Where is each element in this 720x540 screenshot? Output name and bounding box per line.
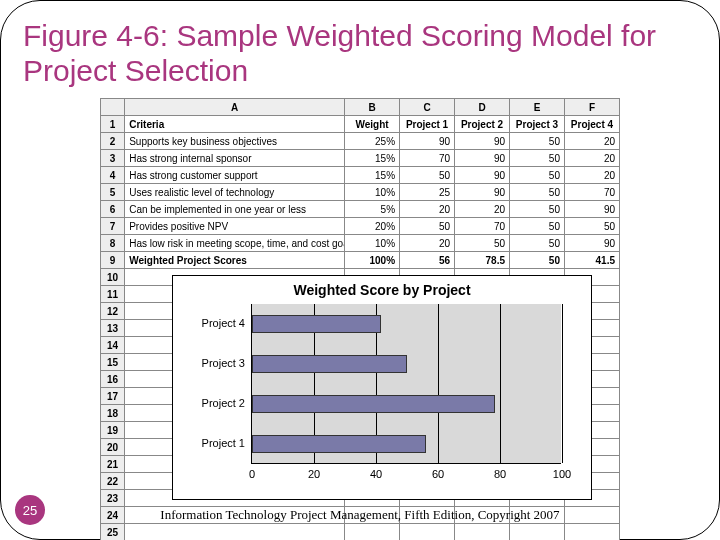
table-cell-empty [510, 524, 565, 541]
chart: Weighted Score by Project 020406080100Pr… [172, 275, 592, 500]
table-total-F: 41.5 [564, 252, 619, 269]
table-cell: Has strong customer support [125, 167, 345, 184]
table-cell: 90 [455, 184, 510, 201]
col-header-D: D [455, 99, 510, 116]
table-total-C: 56 [400, 252, 455, 269]
chart-bar [252, 395, 495, 413]
chart-bar [252, 355, 407, 373]
chart-x-tick: 80 [494, 468, 506, 480]
table-header-C: Project 1 [400, 116, 455, 133]
spreadsheet-figure: ABCDEF1CriteriaWeightProject 1Project 2P… [100, 98, 620, 540]
table-cell: 20% [345, 218, 400, 235]
table-header-E: Project 3 [510, 116, 565, 133]
table-cell: 50 [400, 218, 455, 235]
chart-x-tick: 0 [249, 468, 255, 480]
table-cell: 50 [564, 218, 619, 235]
table-cell: 90 [400, 133, 455, 150]
chart-y-label: Project 1 [185, 437, 245, 449]
table-cell: 50 [510, 218, 565, 235]
table-cell: 50 [510, 150, 565, 167]
footer-text: Information Technology Project Managemen… [1, 507, 719, 523]
table-cell: Has low risk in meeting scope, time, and… [125, 235, 345, 252]
chart-x-tick: 40 [370, 468, 382, 480]
chart-gridline [500, 304, 501, 463]
chart-x-tick: 100 [553, 468, 571, 480]
table-cell: 20 [564, 133, 619, 150]
table-cell-empty [400, 524, 455, 541]
col-header-B: B [345, 99, 400, 116]
table-cell: 20 [400, 235, 455, 252]
table-cell-empty [564, 524, 619, 541]
table-cell: 20 [564, 167, 619, 184]
chart-x-tick: 60 [432, 468, 444, 480]
slide: Figure 4-6: Sample Weighted Scoring Mode… [0, 0, 720, 540]
table-cell: 50 [510, 201, 565, 218]
table-cell: 5% [345, 201, 400, 218]
table-header-B: Weight [345, 116, 400, 133]
table-cell: 10% [345, 184, 400, 201]
table-total-B: 100% [345, 252, 400, 269]
chart-y-label: Project 3 [185, 357, 245, 369]
table-cell: Uses realistic level of technology [125, 184, 345, 201]
chart-plot-area: 020406080100Project 4Project 3Project 2P… [251, 304, 561, 464]
table-cell: 20 [400, 201, 455, 218]
chart-title: Weighted Score by Project [181, 282, 583, 298]
chart-gridline [438, 304, 439, 463]
col-header-F: F [564, 99, 619, 116]
table-cell-empty [455, 524, 510, 541]
table-header-A: Criteria [125, 116, 345, 133]
table-cell: 15% [345, 150, 400, 167]
chart-x-tick: 20 [308, 468, 320, 480]
table-cell-empty [125, 524, 345, 541]
table-cell: 70 [400, 150, 455, 167]
col-header-A: A [125, 99, 345, 116]
table-cell: 90 [564, 201, 619, 218]
table-total-D: 78.5 [455, 252, 510, 269]
table-cell: 25 [400, 184, 455, 201]
table-cell: 90 [455, 150, 510, 167]
table-cell: 50 [510, 167, 565, 184]
col-header-E: E [510, 99, 565, 116]
table-cell: 50 [510, 133, 565, 150]
table-cell: 70 [564, 184, 619, 201]
slide-title: Figure 4-6: Sample Weighted Scoring Mode… [23, 19, 697, 88]
table-header-F: Project 4 [564, 116, 619, 133]
chart-bar [252, 315, 381, 333]
chart-y-label: Project 2 [185, 397, 245, 409]
chart-y-label: Project 4 [185, 317, 245, 329]
table-total-E: 50 [510, 252, 565, 269]
table-cell: 25% [345, 133, 400, 150]
table-cell: 50 [400, 167, 455, 184]
table-cell: 10% [345, 235, 400, 252]
table-cell-empty [345, 524, 400, 541]
table-cell: 15% [345, 167, 400, 184]
table-cell: 50 [510, 235, 565, 252]
table-total-A: Weighted Project Scores [125, 252, 345, 269]
table-cell: 50 [510, 184, 565, 201]
table-header-D: Project 2 [455, 116, 510, 133]
table-cell: Can be implemented in one year or less [125, 201, 345, 218]
table-cell: 90 [455, 133, 510, 150]
table-cell: 50 [455, 235, 510, 252]
table-cell: 90 [564, 235, 619, 252]
table-cell: Provides positive NPV [125, 218, 345, 235]
chart-gridline [562, 304, 563, 463]
table-cell: Supports key business objectives [125, 133, 345, 150]
table-cell: 20 [455, 201, 510, 218]
col-header-C: C [400, 99, 455, 116]
chart-bar [252, 435, 426, 453]
table-cell: Has strong internal sponsor [125, 150, 345, 167]
table-cell: 90 [455, 167, 510, 184]
table-cell: 70 [455, 218, 510, 235]
table-cell: 20 [564, 150, 619, 167]
